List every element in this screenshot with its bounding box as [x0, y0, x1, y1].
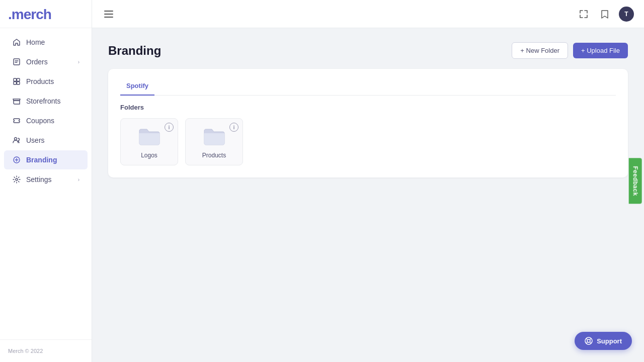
fullscreen-icon[interactable] — [577, 7, 591, 21]
main-card: Spotify Folders i Logos i — [108, 69, 628, 177]
orders-icon — [12, 57, 21, 66]
folder-logos[interactable]: i Logos — [120, 118, 178, 165]
page-content: Branding + New Folder + Upload File Spot… — [92, 28, 644, 362]
sidebar-item-products-label: Products — [26, 77, 54, 85]
coupons-icon — [12, 116, 21, 125]
logos-info-icon[interactable]: i — [165, 123, 174, 132]
page-title: Branding — [108, 44, 161, 58]
products-folder-icon — [202, 126, 226, 148]
sidebar-item-storefronts-label: Storefronts — [26, 97, 60, 105]
svg-point-5 — [15, 138, 17, 140]
sidebar-item-settings[interactable]: Settings › — [4, 170, 88, 189]
sidebar-item-home-label: Home — [26, 38, 45, 46]
new-folder-button[interactable]: + New Folder — [512, 42, 568, 59]
sidebar-item-orders-label: Orders — [26, 58, 48, 66]
topbar-left — [102, 9, 115, 20]
main-area: T Branding + New Folder + Upload File Sp… — [92, 0, 644, 362]
settings-chevron-icon: › — [78, 177, 79, 183]
settings-icon — [12, 175, 21, 184]
support-button[interactable]: Support — [575, 332, 632, 350]
storefronts-icon — [12, 97, 21, 106]
products-info-icon[interactable]: i — [229, 123, 238, 132]
hamburger-button[interactable] — [102, 9, 115, 20]
svg-point-9 — [587, 339, 590, 342]
svg-rect-0 — [14, 59, 20, 65]
feedback-tab[interactable]: Feedback — [628, 158, 641, 204]
sidebar-item-users[interactable]: Users — [4, 131, 88, 150]
hamburger-line-3 — [104, 17, 113, 18]
support-icon — [585, 337, 593, 345]
sidebar-item-branding[interactable]: Branding — [4, 150, 88, 169]
topbar: T — [92, 0, 644, 28]
support-label: Support — [597, 337, 622, 345]
sidebar-item-storefronts[interactable]: Storefronts — [4, 92, 88, 111]
folder-products[interactable]: i Products — [185, 118, 243, 165]
home-icon — [12, 38, 21, 47]
topbar-right: T — [577, 7, 634, 22]
svg-rect-4 — [17, 82, 20, 85]
svg-rect-2 — [17, 78, 20, 81]
users-icon — [12, 136, 21, 145]
hamburger-line-1 — [104, 11, 113, 12]
products-icon — [12, 77, 21, 86]
hamburger-line-2 — [104, 14, 113, 15]
sidebar-item-branding-label: Branding — [26, 156, 57, 164]
sidebar-item-products[interactable]: Products — [4, 72, 88, 91]
logo-dot: . — [8, 7, 12, 23]
tab-spotify[interactable]: Spotify — [120, 79, 154, 96]
svg-rect-1 — [14, 78, 17, 81]
folders-section-label: Folders — [120, 104, 616, 111]
logo-word: merch — [12, 7, 51, 23]
page-actions: + New Folder + Upload File — [512, 42, 628, 59]
sidebar-item-settings-label: Settings — [26, 175, 52, 184]
upload-file-button[interactable]: + Upload File — [573, 43, 628, 58]
sidebar-item-home[interactable]: Home — [4, 33, 88, 52]
card-tabs: Spotify — [120, 79, 616, 96]
sidebar: .merch Home Orders › — [0, 0, 92, 362]
logos-folder-icon — [137, 126, 162, 148]
orders-chevron-icon: › — [78, 59, 79, 65]
logos-folder-name: Logos — [141, 152, 157, 159]
svg-point-7 — [16, 178, 18, 180]
sidebar-item-users-label: Users — [26, 136, 45, 144]
branding-icon — [12, 155, 21, 164]
avatar[interactable]: T — [619, 7, 634, 22]
sidebar-footer: Merch © 2022 — [0, 339, 92, 362]
app-logo: .merch — [0, 0, 92, 28]
bookmark-icon[interactable] — [598, 7, 612, 21]
page-header: Branding + New Folder + Upload File — [108, 42, 628, 59]
sidebar-item-coupons[interactable]: Coupons — [4, 111, 88, 130]
sidebar-nav: Home Orders › Products — [0, 28, 92, 339]
folders-grid: i Logos i — [120, 118, 616, 165]
svg-rect-3 — [14, 82, 17, 85]
products-folder-name: Products — [202, 152, 226, 159]
sidebar-item-coupons-label: Coupons — [26, 117, 54, 125]
sidebar-item-orders[interactable]: Orders › — [4, 52, 88, 71]
